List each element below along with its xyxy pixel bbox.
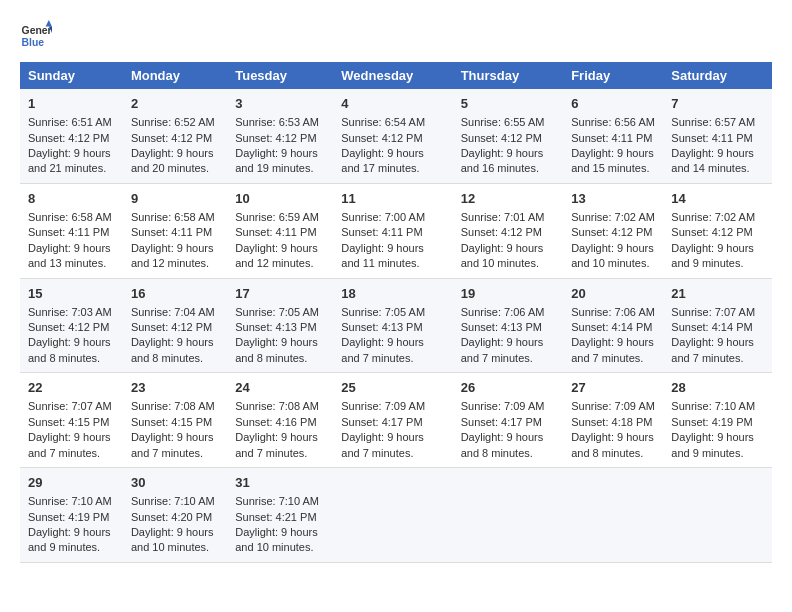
sunset-text: Sunset: 4:11 PM [131, 225, 219, 240]
header-saturday: Saturday [663, 62, 772, 89]
sunrise-text: Sunrise: 7:10 AM [235, 494, 325, 509]
sunset-text: Sunset: 4:19 PM [28, 510, 115, 525]
daylight-text: Daylight: 9 hours and 8 minutes. [131, 335, 219, 366]
sunset-text: Sunset: 4:11 PM [235, 225, 325, 240]
sunrise-text: Sunrise: 7:09 AM [461, 399, 556, 414]
calendar-week-row: 22Sunrise: 7:07 AMSunset: 4:15 PMDayligh… [20, 373, 772, 468]
sunrise-text: Sunrise: 7:05 AM [341, 305, 444, 320]
daylight-text: Daylight: 9 hours and 9 minutes. [671, 430, 764, 461]
sunrise-text: Sunrise: 6:58 AM [131, 210, 219, 225]
sunrise-text: Sunrise: 7:06 AM [461, 305, 556, 320]
sunset-text: Sunset: 4:12 PM [461, 225, 556, 240]
sunrise-text: Sunrise: 6:51 AM [28, 115, 115, 130]
header-row: Sunday Monday Tuesday Wednesday Thursday… [20, 62, 772, 89]
calendar-cell: 27Sunrise: 7:09 AMSunset: 4:18 PMDayligh… [563, 373, 663, 468]
sunrise-text: Sunrise: 6:52 AM [131, 115, 219, 130]
day-number: 28 [671, 379, 764, 397]
daylight-text: Daylight: 9 hours and 16 minutes. [461, 146, 556, 177]
sunset-text: Sunset: 4:11 PM [571, 131, 655, 146]
sunrise-text: Sunrise: 6:56 AM [571, 115, 655, 130]
calendar-cell: 17Sunrise: 7:05 AMSunset: 4:13 PMDayligh… [227, 278, 333, 373]
sunset-text: Sunset: 4:18 PM [571, 415, 655, 430]
calendar-cell: 8Sunrise: 6:58 AMSunset: 4:11 PMDaylight… [20, 183, 123, 278]
calendar-cell: 1Sunrise: 6:51 AMSunset: 4:12 PMDaylight… [20, 89, 123, 183]
daylight-text: Daylight: 9 hours and 11 minutes. [341, 241, 444, 272]
daylight-text: Daylight: 9 hours and 8 minutes. [235, 335, 325, 366]
sunrise-text: Sunrise: 6:57 AM [671, 115, 764, 130]
sunset-text: Sunset: 4:12 PM [28, 131, 115, 146]
day-number: 13 [571, 190, 655, 208]
sunrise-text: Sunrise: 6:54 AM [341, 115, 444, 130]
sunrise-text: Sunrise: 6:55 AM [461, 115, 556, 130]
day-number: 3 [235, 95, 325, 113]
day-number: 1 [28, 95, 115, 113]
sunrise-text: Sunrise: 6:59 AM [235, 210, 325, 225]
sunset-text: Sunset: 4:11 PM [341, 225, 444, 240]
day-number: 24 [235, 379, 325, 397]
calendar-cell: 7Sunrise: 6:57 AMSunset: 4:11 PMDaylight… [663, 89, 772, 183]
daylight-text: Daylight: 9 hours and 9 minutes. [28, 525, 115, 556]
daylight-text: Daylight: 9 hours and 10 minutes. [571, 241, 655, 272]
calendar-cell: 18Sunrise: 7:05 AMSunset: 4:13 PMDayligh… [333, 278, 452, 373]
daylight-text: Daylight: 9 hours and 12 minutes. [131, 241, 219, 272]
header-friday: Friday [563, 62, 663, 89]
daylight-text: Daylight: 9 hours and 9 minutes. [671, 241, 764, 272]
calendar-cell: 16Sunrise: 7:04 AMSunset: 4:12 PMDayligh… [123, 278, 227, 373]
day-number: 16 [131, 285, 219, 303]
day-number: 5 [461, 95, 556, 113]
calendar-cell: 21Sunrise: 7:07 AMSunset: 4:14 PMDayligh… [663, 278, 772, 373]
calendar-cell: 29Sunrise: 7:10 AMSunset: 4:19 PMDayligh… [20, 468, 123, 563]
sunset-text: Sunset: 4:12 PM [131, 320, 219, 335]
sunset-text: Sunset: 4:12 PM [131, 131, 219, 146]
calendar-cell: 24Sunrise: 7:08 AMSunset: 4:16 PMDayligh… [227, 373, 333, 468]
svg-marker-2 [46, 20, 52, 26]
header-wednesday: Wednesday [333, 62, 452, 89]
calendar-cell: 3Sunrise: 6:53 AMSunset: 4:12 PMDaylight… [227, 89, 333, 183]
sunrise-text: Sunrise: 7:08 AM [235, 399, 325, 414]
sunrise-text: Sunrise: 7:09 AM [571, 399, 655, 414]
calendar-cell [563, 468, 663, 563]
daylight-text: Daylight: 9 hours and 13 minutes. [28, 241, 115, 272]
day-number: 17 [235, 285, 325, 303]
daylight-text: Daylight: 9 hours and 8 minutes. [571, 430, 655, 461]
header-tuesday: Tuesday [227, 62, 333, 89]
sunrise-text: Sunrise: 7:02 AM [571, 210, 655, 225]
day-number: 15 [28, 285, 115, 303]
day-number: 23 [131, 379, 219, 397]
calendar-cell: 11Sunrise: 7:00 AMSunset: 4:11 PMDayligh… [333, 183, 452, 278]
calendar-cell: 2Sunrise: 6:52 AMSunset: 4:12 PMDaylight… [123, 89, 227, 183]
daylight-text: Daylight: 9 hours and 12 minutes. [235, 241, 325, 272]
sunset-text: Sunset: 4:12 PM [341, 131, 444, 146]
daylight-text: Daylight: 9 hours and 17 minutes. [341, 146, 444, 177]
daylight-text: Daylight: 9 hours and 20 minutes. [131, 146, 219, 177]
daylight-text: Daylight: 9 hours and 8 minutes. [461, 430, 556, 461]
sunset-text: Sunset: 4:11 PM [28, 225, 115, 240]
day-number: 26 [461, 379, 556, 397]
daylight-text: Daylight: 9 hours and 14 minutes. [671, 146, 764, 177]
calendar-cell: 6Sunrise: 6:56 AMSunset: 4:11 PMDaylight… [563, 89, 663, 183]
calendar-cell: 9Sunrise: 6:58 AMSunset: 4:11 PMDaylight… [123, 183, 227, 278]
calendar-cell: 22Sunrise: 7:07 AMSunset: 4:15 PMDayligh… [20, 373, 123, 468]
sunset-text: Sunset: 4:16 PM [235, 415, 325, 430]
day-number: 30 [131, 474, 219, 492]
sunrise-text: Sunrise: 7:02 AM [671, 210, 764, 225]
sunset-text: Sunset: 4:17 PM [341, 415, 444, 430]
calendar-cell: 28Sunrise: 7:10 AMSunset: 4:19 PMDayligh… [663, 373, 772, 468]
svg-text:Blue: Blue [22, 37, 45, 48]
calendar-cell: 4Sunrise: 6:54 AMSunset: 4:12 PMDaylight… [333, 89, 452, 183]
sunset-text: Sunset: 4:11 PM [671, 131, 764, 146]
header-sunday: Sunday [20, 62, 123, 89]
calendar-cell: 26Sunrise: 7:09 AMSunset: 4:17 PMDayligh… [453, 373, 564, 468]
daylight-text: Daylight: 9 hours and 7 minutes. [341, 335, 444, 366]
sunrise-text: Sunrise: 7:10 AM [671, 399, 764, 414]
day-number: 19 [461, 285, 556, 303]
calendar-week-row: 29Sunrise: 7:10 AMSunset: 4:19 PMDayligh… [20, 468, 772, 563]
day-number: 6 [571, 95, 655, 113]
logo: General Blue [20, 20, 52, 52]
daylight-text: Daylight: 9 hours and 10 minutes. [461, 241, 556, 272]
sunset-text: Sunset: 4:13 PM [235, 320, 325, 335]
calendar-cell: 25Sunrise: 7:09 AMSunset: 4:17 PMDayligh… [333, 373, 452, 468]
sunrise-text: Sunrise: 7:06 AM [571, 305, 655, 320]
day-number: 25 [341, 379, 444, 397]
daylight-text: Daylight: 9 hours and 7 minutes. [571, 335, 655, 366]
